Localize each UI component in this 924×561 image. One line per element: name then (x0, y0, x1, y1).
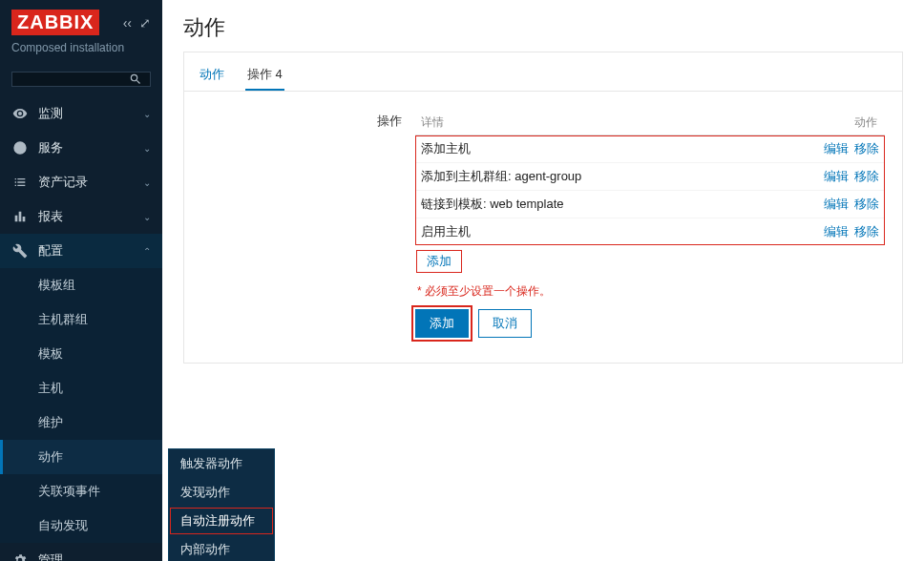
wrench-icon (11, 242, 29, 260)
nav-reports[interactable]: 报表 ⌄ (0, 199, 162, 234)
col-details: 详情 (415, 111, 753, 135)
edit-link[interactable]: 编辑 (824, 141, 849, 156)
collapse-icon[interactable]: ‹‹ (123, 15, 132, 31)
op-details: 添加主机 (415, 135, 753, 163)
subnav-discovery[interactable]: 自动发现 (0, 509, 162, 543)
subnav-templates[interactable]: 模板 (0, 337, 162, 371)
edit-link[interactable]: 编辑 (824, 169, 849, 183)
nav-administration[interactable]: 管理 ⌄ (0, 543, 162, 561)
subnav-hosts[interactable]: 主机 (0, 371, 162, 405)
actions-flyout: 触发器动作 发现动作 自动注册动作 内部动作 (168, 448, 275, 561)
edit-link[interactable]: 编辑 (824, 197, 849, 211)
chevron-down-icon: ⌄ (143, 143, 151, 154)
operations-table: 详情 动作 添加主机 编辑移除 添加到主机群组: agent (415, 111, 885, 245)
nav-label: 报表 (38, 208, 63, 225)
required-message: * 必须至少设置一个操作。 (417, 283, 883, 300)
chart-icon (11, 208, 29, 225)
nav-services[interactable]: 服务 ⌄ (0, 131, 162, 165)
op-details: 启用主机 (415, 218, 753, 246)
col-action: 动作 (753, 111, 885, 135)
remove-link[interactable]: 移除 (854, 197, 879, 211)
nav-configuration[interactable]: 配置 ⌃ (0, 234, 162, 268)
nav-label: 资产记录 (38, 174, 88, 191)
subnav-configuration: 模板组 主机群组 模板 主机 维护 动作 ‹ 关联项事件 自动发现 (0, 268, 162, 543)
page-title: 动作 (162, 0, 924, 52)
nav-label: 配置 (38, 242, 63, 260)
op-details: 链接到模板: web template (415, 191, 753, 218)
brand-subtitle: Composed installation (11, 41, 151, 54)
nav-label: 管理 (38, 551, 63, 561)
table-row: 启用主机 编辑移除 (415, 218, 885, 246)
tabs: 动作 操作 4 (184, 52, 902, 92)
remove-link[interactable]: 移除 (854, 141, 879, 156)
table-row: 添加到主机群组: agent-group 编辑移除 (415, 163, 885, 191)
brand-logo[interactable]: ZABBIX (11, 10, 99, 35)
edit-link[interactable]: 编辑 (824, 224, 849, 239)
nav-label: 监测 (38, 105, 63, 122)
subnav-actions[interactable]: 动作 ‹ (0, 440, 162, 474)
flyout-discovery-actions[interactable]: 发现动作 (169, 478, 274, 507)
list-icon (11, 174, 29, 191)
subnav-host-groups[interactable]: 主机群组 (0, 302, 162, 337)
nav-label: 服务 (38, 139, 63, 156)
nav: 监测 ⌄ 服务 ⌄ 资产记录 ⌄ 报表 ⌄ 配置 ⌃ (0, 96, 162, 561)
table-row: 链接到模板: web template 编辑移除 (415, 191, 885, 218)
sidebar: ZABBIX ‹‹ ⤢ Composed installation 监测 ⌄ 服… (0, 0, 162, 561)
nav-monitoring[interactable]: 监测 ⌄ (0, 96, 162, 131)
subnav-maintenance[interactable]: 维护 (0, 405, 162, 440)
remove-link[interactable]: 移除 (854, 224, 879, 239)
flyout-trigger-actions[interactable]: 触发器动作 (169, 449, 274, 478)
chevron-up-icon: ⌃ (143, 246, 151, 257)
cancel-button[interactable]: 取消 (478, 309, 532, 338)
table-row: 添加主机 编辑移除 (415, 135, 885, 163)
chevron-down-icon: ⌄ (143, 109, 151, 119)
flyout-internal-actions[interactable]: 内部动作 (169, 535, 274, 561)
operations-label: 操作 (201, 111, 402, 338)
subnav-template-groups[interactable]: 模板组 (0, 268, 162, 302)
main: 动作 动作 操作 4 操作 详情 动作 (162, 0, 924, 561)
expand-icon[interactable]: ⤢ (139, 15, 151, 31)
chevron-down-icon: ⌄ (143, 555, 151, 562)
chevron-down-icon: ⌄ (143, 177, 151, 188)
gear-icon (11, 551, 29, 561)
eye-icon (11, 105, 29, 122)
flyout-autoreg-actions[interactable]: 自动注册动作 (169, 507, 274, 535)
tab-action[interactable]: 动作 (198, 60, 226, 91)
op-details: 添加到主机群组: agent-group (415, 163, 753, 191)
tab-operations[interactable]: 操作 4 (245, 60, 284, 91)
search-icon (129, 73, 142, 86)
chevron-down-icon: ⌄ (143, 212, 151, 222)
add-operation-link[interactable]: 添加 (427, 254, 452, 268)
nav-inventory[interactable]: 资产记录 ⌄ (0, 165, 162, 199)
submit-button[interactable]: 添加 (415, 309, 469, 338)
search-input[interactable] (11, 72, 151, 87)
form-card: 动作 操作 4 操作 详情 动作 (183, 52, 903, 364)
subnav-event-correlation[interactable]: 关联项事件 (0, 474, 162, 509)
remove-link[interactable]: 移除 (854, 169, 879, 183)
clock-icon (11, 139, 29, 156)
subnav-label: 动作 (38, 449, 63, 464)
